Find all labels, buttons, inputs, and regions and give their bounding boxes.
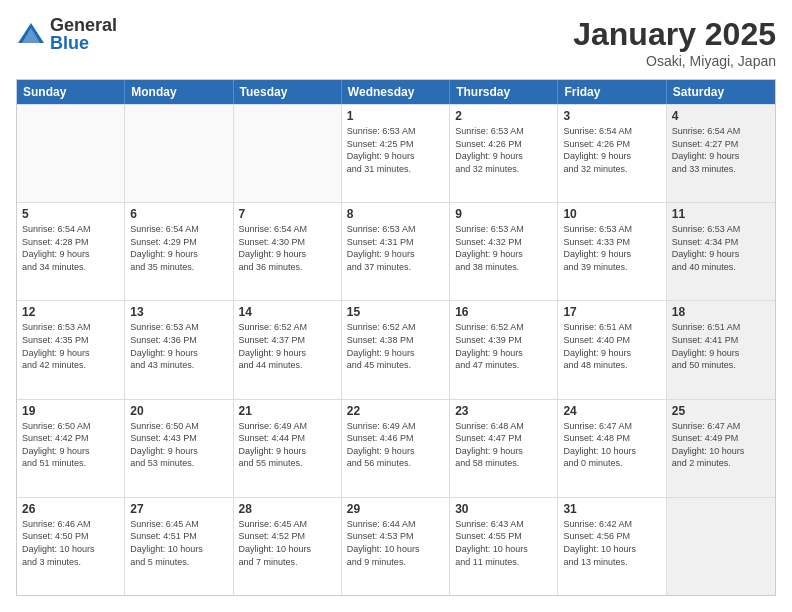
day-number: 21 [239, 404, 336, 418]
day-cell-5: 5Sunrise: 6:54 AM Sunset: 4:28 PM Daylig… [17, 203, 125, 300]
logo-general-text: General [50, 16, 117, 34]
day-info: Sunrise: 6:48 AM Sunset: 4:47 PM Dayligh… [455, 420, 552, 470]
weekday-header-wednesday: Wednesday [342, 80, 450, 104]
day-info: Sunrise: 6:54 AM Sunset: 4:26 PM Dayligh… [563, 125, 660, 175]
day-cell-30: 30Sunrise: 6:43 AM Sunset: 4:55 PM Dayli… [450, 498, 558, 595]
day-cell-empty [125, 105, 233, 202]
day-cell-4: 4Sunrise: 6:54 AM Sunset: 4:27 PM Daylig… [667, 105, 775, 202]
day-number: 15 [347, 305, 444, 319]
day-number: 23 [455, 404, 552, 418]
day-number: 28 [239, 502, 336, 516]
calendar-row-3: 12Sunrise: 6:53 AM Sunset: 4:35 PM Dayli… [17, 300, 775, 398]
day-cell-18: 18Sunrise: 6:51 AM Sunset: 4:41 PM Dayli… [667, 301, 775, 398]
day-cell-23: 23Sunrise: 6:48 AM Sunset: 4:47 PM Dayli… [450, 400, 558, 497]
day-number: 1 [347, 109, 444, 123]
day-info: Sunrise: 6:50 AM Sunset: 4:43 PM Dayligh… [130, 420, 227, 470]
day-number: 19 [22, 404, 119, 418]
day-info: Sunrise: 6:49 AM Sunset: 4:46 PM Dayligh… [347, 420, 444, 470]
day-info: Sunrise: 6:52 AM Sunset: 4:39 PM Dayligh… [455, 321, 552, 371]
day-number: 25 [672, 404, 770, 418]
day-cell-6: 6Sunrise: 6:54 AM Sunset: 4:29 PM Daylig… [125, 203, 233, 300]
day-info: Sunrise: 6:47 AM Sunset: 4:48 PM Dayligh… [563, 420, 660, 470]
day-info: Sunrise: 6:53 AM Sunset: 4:35 PM Dayligh… [22, 321, 119, 371]
day-info: Sunrise: 6:52 AM Sunset: 4:38 PM Dayligh… [347, 321, 444, 371]
calendar-body: 1Sunrise: 6:53 AM Sunset: 4:25 PM Daylig… [17, 104, 775, 595]
day-cell-21: 21Sunrise: 6:49 AM Sunset: 4:44 PM Dayli… [234, 400, 342, 497]
day-number: 20 [130, 404, 227, 418]
day-cell-1: 1Sunrise: 6:53 AM Sunset: 4:25 PM Daylig… [342, 105, 450, 202]
day-number: 2 [455, 109, 552, 123]
day-number: 11 [672, 207, 770, 221]
day-info: Sunrise: 6:43 AM Sunset: 4:55 PM Dayligh… [455, 518, 552, 568]
day-number: 13 [130, 305, 227, 319]
weekday-header-saturday: Saturday [667, 80, 775, 104]
day-info: Sunrise: 6:49 AM Sunset: 4:44 PM Dayligh… [239, 420, 336, 470]
day-cell-13: 13Sunrise: 6:53 AM Sunset: 4:36 PM Dayli… [125, 301, 233, 398]
location-subtitle: Osaki, Miyagi, Japan [573, 53, 776, 69]
day-cell-12: 12Sunrise: 6:53 AM Sunset: 4:35 PM Dayli… [17, 301, 125, 398]
day-number: 3 [563, 109, 660, 123]
day-info: Sunrise: 6:53 AM Sunset: 4:33 PM Dayligh… [563, 223, 660, 273]
day-number: 31 [563, 502, 660, 516]
day-info: Sunrise: 6:51 AM Sunset: 4:40 PM Dayligh… [563, 321, 660, 371]
logo: General Blue [16, 16, 117, 52]
day-info: Sunrise: 6:53 AM Sunset: 4:26 PM Dayligh… [455, 125, 552, 175]
day-cell-2: 2Sunrise: 6:53 AM Sunset: 4:26 PM Daylig… [450, 105, 558, 202]
calendar-row-2: 5Sunrise: 6:54 AM Sunset: 4:28 PM Daylig… [17, 202, 775, 300]
day-number: 14 [239, 305, 336, 319]
day-info: Sunrise: 6:54 AM Sunset: 4:30 PM Dayligh… [239, 223, 336, 273]
calendar-row-1: 1Sunrise: 6:53 AM Sunset: 4:25 PM Daylig… [17, 104, 775, 202]
day-cell-26: 26Sunrise: 6:46 AM Sunset: 4:50 PM Dayli… [17, 498, 125, 595]
day-number: 6 [130, 207, 227, 221]
day-cell-31: 31Sunrise: 6:42 AM Sunset: 4:56 PM Dayli… [558, 498, 666, 595]
weekday-header-friday: Friday [558, 80, 666, 104]
day-info: Sunrise: 6:42 AM Sunset: 4:56 PM Dayligh… [563, 518, 660, 568]
day-cell-16: 16Sunrise: 6:52 AM Sunset: 4:39 PM Dayli… [450, 301, 558, 398]
day-cell-empty [17, 105, 125, 202]
day-info: Sunrise: 6:54 AM Sunset: 4:28 PM Dayligh… [22, 223, 119, 273]
day-info: Sunrise: 6:53 AM Sunset: 4:32 PM Dayligh… [455, 223, 552, 273]
day-cell-24: 24Sunrise: 6:47 AM Sunset: 4:48 PM Dayli… [558, 400, 666, 497]
day-info: Sunrise: 6:53 AM Sunset: 4:25 PM Dayligh… [347, 125, 444, 175]
day-cell-9: 9Sunrise: 6:53 AM Sunset: 4:32 PM Daylig… [450, 203, 558, 300]
header: General Blue January 2025 Osaki, Miyagi,… [16, 16, 776, 69]
day-info: Sunrise: 6:47 AM Sunset: 4:49 PM Dayligh… [672, 420, 770, 470]
calendar-header: SundayMondayTuesdayWednesdayThursdayFrid… [17, 80, 775, 104]
day-cell-27: 27Sunrise: 6:45 AM Sunset: 4:51 PM Dayli… [125, 498, 233, 595]
day-cell-14: 14Sunrise: 6:52 AM Sunset: 4:37 PM Dayli… [234, 301, 342, 398]
day-number: 16 [455, 305, 552, 319]
day-cell-15: 15Sunrise: 6:52 AM Sunset: 4:38 PM Dayli… [342, 301, 450, 398]
day-number: 26 [22, 502, 119, 516]
day-info: Sunrise: 6:54 AM Sunset: 4:29 PM Dayligh… [130, 223, 227, 273]
day-number: 30 [455, 502, 552, 516]
day-cell-empty [234, 105, 342, 202]
day-info: Sunrise: 6:54 AM Sunset: 4:27 PM Dayligh… [672, 125, 770, 175]
day-info: Sunrise: 6:50 AM Sunset: 4:42 PM Dayligh… [22, 420, 119, 470]
day-info: Sunrise: 6:53 AM Sunset: 4:34 PM Dayligh… [672, 223, 770, 273]
day-info: Sunrise: 6:45 AM Sunset: 4:52 PM Dayligh… [239, 518, 336, 568]
weekday-header-sunday: Sunday [17, 80, 125, 104]
day-info: Sunrise: 6:45 AM Sunset: 4:51 PM Dayligh… [130, 518, 227, 568]
day-cell-10: 10Sunrise: 6:53 AM Sunset: 4:33 PM Dayli… [558, 203, 666, 300]
month-title: January 2025 [573, 16, 776, 53]
day-cell-29: 29Sunrise: 6:44 AM Sunset: 4:53 PM Dayli… [342, 498, 450, 595]
day-info: Sunrise: 6:53 AM Sunset: 4:31 PM Dayligh… [347, 223, 444, 273]
day-number: 8 [347, 207, 444, 221]
day-cell-empty [667, 498, 775, 595]
day-info: Sunrise: 6:52 AM Sunset: 4:37 PM Dayligh… [239, 321, 336, 371]
day-info: Sunrise: 6:51 AM Sunset: 4:41 PM Dayligh… [672, 321, 770, 371]
title-block: January 2025 Osaki, Miyagi, Japan [573, 16, 776, 69]
day-cell-20: 20Sunrise: 6:50 AM Sunset: 4:43 PM Dayli… [125, 400, 233, 497]
day-info: Sunrise: 6:46 AM Sunset: 4:50 PM Dayligh… [22, 518, 119, 568]
day-number: 18 [672, 305, 770, 319]
day-cell-8: 8Sunrise: 6:53 AM Sunset: 4:31 PM Daylig… [342, 203, 450, 300]
day-cell-28: 28Sunrise: 6:45 AM Sunset: 4:52 PM Dayli… [234, 498, 342, 595]
day-info: Sunrise: 6:53 AM Sunset: 4:36 PM Dayligh… [130, 321, 227, 371]
day-number: 22 [347, 404, 444, 418]
calendar-row-4: 19Sunrise: 6:50 AM Sunset: 4:42 PM Dayli… [17, 399, 775, 497]
day-number: 4 [672, 109, 770, 123]
day-number: 24 [563, 404, 660, 418]
day-cell-7: 7Sunrise: 6:54 AM Sunset: 4:30 PM Daylig… [234, 203, 342, 300]
day-number: 27 [130, 502, 227, 516]
logo-text: General Blue [50, 16, 117, 52]
